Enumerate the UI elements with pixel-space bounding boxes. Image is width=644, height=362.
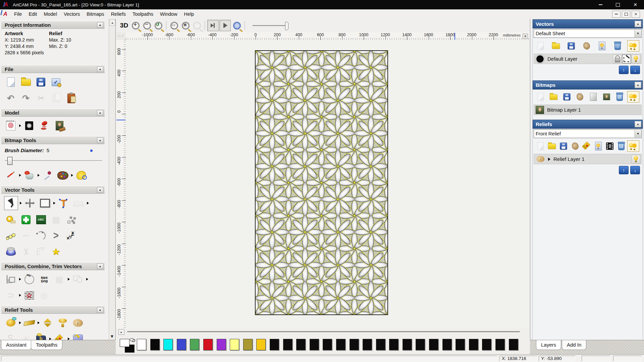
zoom-slider-handle[interactable]	[285, 22, 288, 30]
trim-vectors-button[interactable]	[64, 229, 78, 242]
weld-vectors-button[interactable]	[71, 273, 85, 286]
assistant-scrollbar[interactable]: ▲ ▼	[109, 19, 115, 340]
flyout-arrow-icon[interactable]	[49, 338, 51, 340]
rollup-chevron-icon[interactable]: ▲	[97, 66, 103, 72]
canvas-2d-view[interactable]	[126, 40, 530, 328]
zoom-in-button[interactable]	[130, 20, 141, 31]
palette-swatch-15[interactable]	[336, 339, 345, 350]
flyout-arrow-icon[interactable]	[87, 202, 89, 204]
layers-tab-add-in[interactable]: Add In	[562, 340, 586, 350]
flyout-arrow-icon[interactable]	[19, 278, 21, 281]
relief-layer-stack-button[interactable]	[53, 332, 66, 340]
layer-colour-swatch[interactable]	[536, 55, 544, 63]
palette-swatch-13[interactable]	[310, 339, 319, 350]
save-relief-layer-button[interactable]	[558, 141, 569, 152]
flyout-arrow-icon[interactable]	[86, 278, 88, 281]
measure-button[interactable]	[4, 213, 17, 226]
adjust-model-greyscale-button[interactable]	[22, 119, 36, 132]
merge-bitmap-layers-button[interactable]	[574, 92, 586, 102]
flyout-arrow-icon[interactable]	[19, 124, 21, 127]
vector-doctor-button[interactable]	[22, 289, 36, 302]
relief-select[interactable]: Front Relief ▼	[534, 129, 642, 138]
menu-bitmaps[interactable]: Bitmaps	[83, 10, 107, 18]
redo-button[interactable]	[19, 92, 33, 105]
link-colours-icon[interactable]	[130, 338, 133, 341]
palette-swatch-22[interactable]	[429, 339, 438, 350]
palette-swatch-25[interactable]	[469, 339, 478, 350]
chevron-down-icon[interactable]: ▼	[635, 30, 641, 37]
menu-reliefs[interactable]: Reliefs	[108, 10, 129, 18]
dock-toggle-right-button[interactable]	[219, 20, 231, 31]
sculpt-button[interactable]	[4, 316, 17, 329]
shape-dome-button[interactable]	[56, 316, 69, 329]
select-vectors-button[interactable]	[4, 196, 18, 210]
palette-swatch-8[interactable]	[243, 339, 253, 350]
palette-swatch-23[interactable]	[442, 339, 452, 350]
text-on-curve-button[interactable]	[22, 273, 36, 286]
scrollbar-options-icon[interactable]: ▸	[118, 329, 124, 335]
zoom-previous-button[interactable]	[153, 20, 164, 31]
free-sketch-button[interactable]	[19, 229, 33, 242]
dock-toggle-left-button[interactable]	[207, 20, 219, 31]
palette-swatch-17[interactable]	[363, 339, 372, 350]
offset-curve-button[interactable]	[34, 245, 48, 258]
expand-icon[interactable]	[548, 158, 550, 161]
zoom-fit-page-button[interactable]	[169, 20, 179, 31]
align-vectors-button[interactable]	[4, 273, 17, 286]
trim-curve-button[interactable]	[4, 289, 17, 302]
move-layer-down-button[interactable]: ↓	[630, 166, 640, 174]
merge-vector-layers-button[interactable]	[581, 41, 592, 51]
flyout-arrow-icon[interactable]	[38, 174, 40, 177]
flyout-arrow-icon[interactable]	[19, 321, 21, 324]
block-copy-button[interactable]	[53, 273, 66, 286]
star-wizard-button[interactable]	[49, 245, 63, 258]
palette-swatch-24[interactable]	[455, 339, 465, 350]
arc-editor-button[interactable]	[34, 229, 48, 242]
blank-bitmap-button[interactable]	[588, 92, 599, 102]
zoom-slider-button[interactable]	[247, 20, 291, 31]
flyout-arrow-icon[interactable]	[19, 294, 21, 297]
palette-swatch-26[interactable]	[482, 339, 491, 350]
palette-swatch-3[interactable]	[177, 339, 186, 350]
assistant-tab-assistant[interactable]: Assistant	[1, 340, 32, 350]
menu-toolpaths[interactable]: Toolpaths	[129, 10, 157, 18]
palette-swatch-18[interactable]	[376, 339, 385, 350]
rollup-chevron-icon[interactable]: ▲	[635, 21, 641, 27]
undo-button[interactable]	[4, 92, 17, 105]
delete-bitmap-layer-button[interactable]	[614, 92, 626, 102]
menu-window[interactable]: Window	[157, 10, 181, 18]
rollup-chevron-icon[interactable]: ▲	[97, 110, 103, 116]
create-text-button[interactable]	[57, 196, 70, 210]
palette-swatch-19[interactable]	[389, 339, 398, 350]
palette-swatch-5[interactable]	[203, 339, 213, 350]
smooth-relief-button[interactable]	[41, 316, 54, 329]
palette-swatch-7[interactable]	[230, 339, 239, 350]
copy-relief-button[interactable]	[71, 316, 85, 329]
visibility-bulb-icon[interactable]	[632, 155, 640, 164]
preferences-button[interactable]	[49, 75, 63, 89]
set-model-size-button[interactable]	[4, 119, 17, 132]
colour-palette-button[interactable]	[56, 169, 69, 182]
palette-swatch-1[interactable]	[150, 339, 160, 350]
open-relief-layer-button[interactable]	[546, 141, 558, 152]
shading-setup-button[interactable]	[38, 119, 51, 132]
cut-button[interactable]	[34, 92, 48, 105]
menu-model[interactable]: Model	[40, 10, 60, 18]
paste-along-curve-button[interactable]	[64, 213, 78, 226]
all-layers-visible-button[interactable]	[627, 40, 639, 52]
mdi-close-button[interactable]: ✕	[632, 11, 640, 18]
delete-relief-layer-button[interactable]	[616, 141, 627, 152]
flyout-arrow-icon[interactable]	[68, 278, 70, 281]
layers-tab-layers[interactable]: Layers	[536, 340, 561, 350]
maximize-button[interactable]	[609, 0, 627, 9]
palette-swatch-20[interactable]	[402, 339, 412, 350]
move-layer-up-button[interactable]: ↑	[619, 166, 629, 174]
zoom-fit-objects-button[interactable]	[180, 20, 191, 31]
slider-handle[interactable]	[7, 157, 12, 165]
palette-swatch-16[interactable]	[350, 339, 359, 350]
scroll-up-icon[interactable]: ▲	[109, 19, 115, 26]
create-polygon-button[interactable]	[49, 229, 63, 242]
relief-layer-stack-button[interactable]	[581, 141, 592, 152]
fade-model-button[interactable]	[53, 119, 66, 132]
new-relief-layer-button[interactable]	[535, 141, 546, 152]
